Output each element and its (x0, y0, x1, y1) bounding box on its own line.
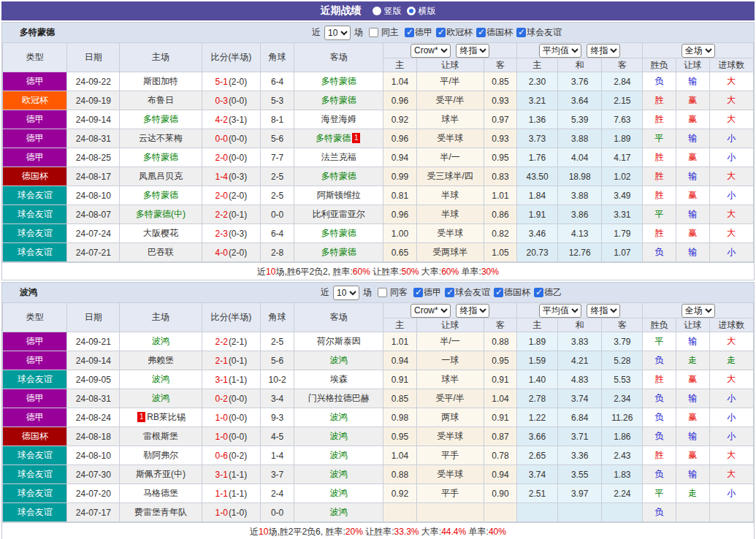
team-label: 多特蒙德 (143, 190, 178, 200)
col-header-corners: 角球 (260, 303, 294, 332)
table-row: 球会友谊24-08-10勒阿弗尔0-6(0-2)1-4波鸿1.04平手0.782… (3, 446, 754, 465)
table-row: 德甲24-09-14多特蒙德4-2(3-1)8-1海登海姆0.92球半0.971… (3, 110, 754, 129)
fulltime-score: 3-1 (215, 375, 228, 385)
league-checkbox[interactable] (476, 28, 486, 37)
fulltime-score: 2-1 (215, 356, 228, 366)
filterbar: 波鸿 近 10 场 同客 德甲球会友谊德国杯德乙 (2, 283, 754, 302)
match-type-badge: 德甲 (3, 389, 67, 408)
recent-count-select[interactable]: 10 (324, 26, 351, 40)
handicap: 平/半 (416, 72, 484, 91)
recent-prefix-label: 近 (312, 26, 321, 39)
fulltime-score: 0-6 (215, 451, 228, 461)
avg-draw-odds: 3.86 (558, 205, 602, 224)
result-text: 负 (655, 469, 664, 479)
league-checkbox[interactable] (405, 28, 414, 37)
result-wdl: 负 (643, 351, 676, 370)
recent-prefix-label: 近 (321, 286, 329, 299)
league-checkbox[interactable] (413, 288, 423, 297)
match-date: 24-09-19 (67, 91, 120, 110)
col-header-type: 类型 (3, 303, 67, 332)
avg-away-odds: 2.43 (602, 446, 643, 465)
result-text: 赢 (688, 228, 697, 238)
odds-source-select[interactable]: Crow* (411, 304, 451, 318)
rank-badge: 1 (352, 133, 360, 143)
halftime-score: (2-0) (229, 77, 247, 87)
match-score: 1-4(0-3) (202, 167, 260, 186)
away-team: 波鸿 (294, 427, 383, 446)
result-wdl: 平 (643, 205, 676, 224)
avg-home-odds: 2.51 (516, 484, 557, 503)
home-team: 布鲁日 (120, 91, 202, 110)
away-team: 多特蒙德 (294, 243, 383, 262)
league-checkbox[interactable] (436, 28, 446, 37)
avg-draw-odds: 3.71 (558, 427, 602, 446)
avg-group-header: 平均值 终指 (516, 43, 642, 58)
avg-draw-odds: 6.84 (558, 408, 602, 427)
same-venue-checkbox[interactable] (378, 288, 387, 297)
avg-home-odds: 1.59 (516, 351, 557, 370)
result-handicap: 赢 (676, 110, 709, 129)
team-label: 多特蒙德 (321, 171, 356, 181)
league-checkbox[interactable] (445, 288, 454, 297)
fulltime-score: 2-2 (215, 337, 228, 347)
match-date: 24-08-24 (67, 408, 120, 427)
table-row: 德甲24-08-25多特蒙德2-0(0-0)7-7法兰克福0.94半/一0.95… (3, 148, 754, 167)
fulltime-score: 1-0 (215, 508, 228, 518)
result-goals: 小 (709, 129, 753, 148)
odds-source-select[interactable]: Crow* (411, 44, 451, 58)
handicap: 半/一 (416, 148, 484, 167)
handicap: 受半球 (416, 224, 484, 243)
match-type-badge: 球会友谊 (3, 243, 67, 262)
away-team: 海登海姆 (294, 110, 383, 129)
subcol-result-wdl: 胜负 (643, 318, 676, 332)
radio-horizontal-icon[interactable] (407, 7, 416, 15)
avg-index-select[interactable]: 终指 (587, 304, 620, 318)
match-type-badge: 球会友谊 (3, 370, 67, 389)
league-checkbox-label: 德乙 (544, 286, 562, 299)
radio-option-horizontal[interactable]: 横版 (407, 5, 436, 18)
home-team: 1RB莱比锡 (120, 408, 202, 427)
handicap: 平手 (416, 484, 484, 503)
home-odds (383, 503, 416, 522)
avg-draw-odds: 3.64 (558, 91, 602, 110)
summary-segment: 单率: (459, 267, 481, 277)
result-text: 输 (688, 393, 697, 403)
avg-group-header: 平均值 终指 (516, 303, 642, 318)
subcol-odds-home: 主 (383, 58, 416, 72)
matches-table: 类型 日期 主场 比分(半场) 角球 客场 Crow* 终指 平均值 终指 (2, 42, 754, 262)
result-wdl: 负 (643, 243, 676, 262)
corners: 5-3 (260, 91, 294, 110)
scope-select[interactable]: 全场 (681, 44, 715, 58)
scope-select[interactable]: 全场 (681, 304, 715, 318)
avg-away-odds: 3.79 (602, 332, 643, 351)
radio-option-vertical[interactable]: 竖版 (373, 5, 402, 18)
odds-index-select[interactable]: 终指 (456, 304, 489, 318)
team-name: 波鸿 (2, 286, 37, 299)
recent-count-select[interactable]: 10 (333, 286, 359, 300)
avg-select[interactable]: 平均值 (539, 44, 581, 58)
result-handicap: 赢 (676, 224, 709, 243)
league-checkbox[interactable] (494, 288, 503, 297)
team-label: 波鸿 (330, 431, 348, 441)
avg-select[interactable]: 平均值 (539, 304, 581, 318)
league-checkbox[interactable] (516, 28, 526, 37)
halftime-score: (0-1) (229, 356, 247, 366)
avg-home-odds: 1.89 (516, 332, 557, 351)
same-venue-checkbox[interactable] (369, 28, 378, 37)
halftime-score: (2-0) (229, 248, 247, 258)
radio-vertical-icon[interactable] (373, 7, 381, 15)
league-checkbox-label: 德国杯 (486, 26, 513, 39)
team-label: 斯佩齐亚(中) (136, 469, 186, 479)
result-goals: 小 (709, 484, 753, 503)
result-handicap: 赢 (676, 91, 709, 110)
result-wdl: 负 (643, 465, 676, 484)
halftime-score: (1-1) (229, 489, 247, 499)
fulltime-score: 1-1 (215, 489, 228, 499)
league-checkbox[interactable] (534, 288, 543, 297)
halftime-score: (2-1) (229, 337, 247, 347)
odds-index-select[interactable]: 终指 (456, 44, 489, 58)
table-row: 德国杯24-08-17凤凰吕贝克1-4(0-3)2-5多特蒙德0.99受三球半/… (3, 167, 754, 186)
result-text: 走 (688, 355, 697, 365)
col-header-date: 日期 (67, 303, 120, 332)
avg-index-select[interactable]: 终指 (587, 44, 620, 58)
